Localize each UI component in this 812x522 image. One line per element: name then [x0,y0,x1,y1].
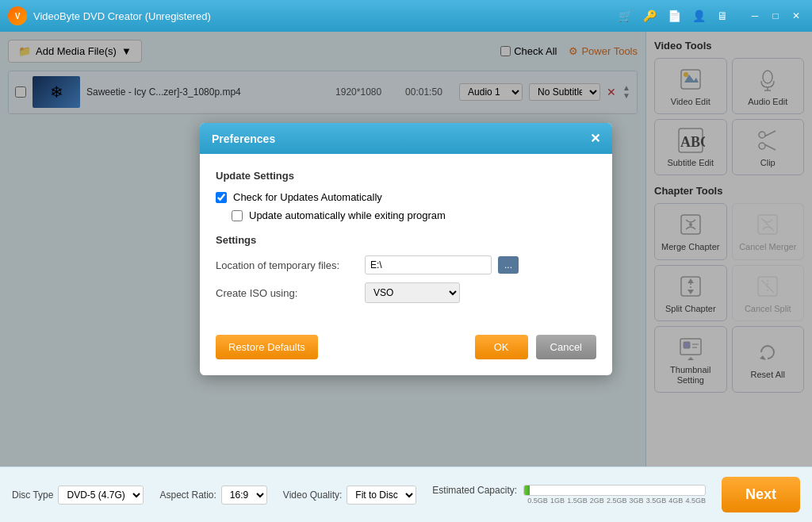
ok-button[interactable]: OK [475,335,528,359]
key-icon[interactable]: 🔑 [640,8,660,24]
auto-update-row: Update automatically while exiting progr… [232,209,596,221]
preferences-modal: Preferences ✕ Update Settings Check for … [200,123,612,375]
temp-files-label: Location of temporary files: [216,259,358,271]
monitor-icon[interactable]: 🖥 [714,8,731,24]
doc-icon[interactable]: 📄 [665,8,684,24]
next-button[interactable]: Next [722,477,800,512]
check-updates-row: Check for Updates Automatically [216,191,596,203]
close-button[interactable]: ✕ [788,8,804,24]
restore-defaults-button[interactable]: Restore Defaults [216,335,318,359]
aspect-ratio-label: Aspect Ratio: [159,489,216,501]
modal-close-button[interactable]: ✕ [590,131,600,146]
maximize-button[interactable]: □ [768,8,783,24]
update-settings-title: Update Settings [216,170,596,182]
check-updates-label: Check for Updates Automatically [233,191,382,203]
video-quality-field: Video Quality: Fit to Disc [283,486,417,505]
aspect-ratio-field: Aspect Ratio: 16:9 [159,486,266,505]
person-icon[interactable]: 👤 [689,8,709,24]
create-iso-field: Create ISO using: VSO [216,282,596,303]
app-logo: V [8,6,27,25]
settings-title: Settings [216,234,596,246]
cancel-button[interactable]: Cancel [536,335,596,359]
modal-title: Preferences [212,132,275,145]
disc-type-label: Disc Type [12,489,53,501]
title-bar: V VideoByte DVD Creator (Unregistered) 🛒… [0,0,812,32]
modal-header: Preferences ✕ [200,123,612,154]
capacity-labels: 0.5GB 1GB 1.5GB 2GB 2.5GB 3GB 3.5GB 4GB … [527,497,706,505]
modal-footer: Restore Defaults OK Cancel [200,327,612,375]
shop-icon[interactable]: 🛒 [615,8,635,24]
check-updates-checkbox[interactable] [216,192,227,203]
minimize-button[interactable]: ─ [747,8,763,24]
modal-overlay: Preferences ✕ Update Settings Check for … [0,32,812,466]
window-controls: 🛒 🔑 📄 👤 🖥 ─ □ ✕ [615,8,804,24]
auto-update-checkbox[interactable] [232,210,243,221]
temp-files-input[interactable] [365,255,492,274]
modal-footer-right: OK Cancel [475,335,596,359]
video-quality-select[interactable]: Fit to Disc [347,486,416,505]
bottom-bar: Disc Type DVD-5 (4.7G) Aspect Ratio: 16:… [0,466,812,522]
app-title: VideoByte DVD Creator (Unregistered) [33,10,615,22]
auto-update-label: Update automatically while exiting progr… [249,209,446,221]
capacity-bar [523,485,706,496]
capacity-label: Estimated Capacity: [432,485,517,496]
capacity-section: Estimated Capacity: 0.5GB 1GB 1.5GB 2GB … [432,485,706,505]
modal-body: Update Settings Check for Updates Automa… [200,154,612,327]
create-iso-select[interactable]: VSO [365,282,460,303]
aspect-ratio-select[interactable]: 16:9 [221,486,267,505]
disc-type-select[interactable]: DVD-5 (4.7G) [58,486,144,505]
temp-files-browse-button[interactable]: ... [498,256,519,274]
capacity-fill [524,486,530,495]
temp-files-field: Location of temporary files: ... [216,255,596,274]
settings-section: Settings Location of temporary files: ..… [216,234,596,303]
create-iso-label: Create ISO using: [216,287,358,299]
video-quality-label: Video Quality: [283,489,343,501]
disc-type-field: Disc Type DVD-5 (4.7G) [12,486,144,505]
